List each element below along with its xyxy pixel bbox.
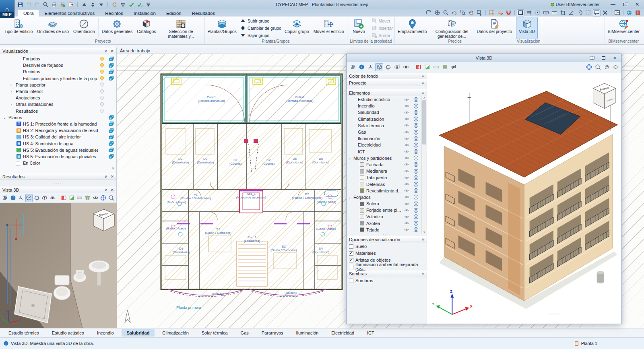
- keyboard-icon[interactable]: [542, 9, 550, 17]
- redo-icon[interactable]: [33, 0, 41, 8]
- eye-target-icon[interactable]: [41, 194, 48, 202]
- copy-icon[interactable]: [106, 147, 116, 153]
- element-item-tejado[interactable]: Tejado: [347, 227, 427, 233]
- scroll-down-icon[interactable]: ∨: [422, 230, 427, 233]
- cube-rotate-icon[interactable]: [384, 63, 392, 71]
- bulb-off-icon[interactable]: [98, 101, 106, 107]
- scroll-thumb[interactable]: [422, 100, 426, 145]
- snap-icon[interactable]: [534, 9, 541, 17]
- globe-icon[interactable]: [625, 9, 633, 17]
- collapse-icon[interactable]: ∨: [421, 237, 424, 242]
- orbit-icon[interactable]: [402, 63, 410, 71]
- minimize-button[interactable]: —: [607, 0, 619, 8]
- bimserver-user[interactable]: User BIMserver.center: [551, 2, 600, 7]
- zoom-window-small-icon[interactable]: [107, 194, 115, 202]
- element-item-climatizacion[interactable]: Climatización: [347, 116, 427, 122]
- visibility-eye-icon[interactable]: [402, 201, 411, 207]
- element-item-iluminacion[interactable]: Iluminación: [347, 135, 427, 142]
- section-icon[interactable]: [414, 63, 422, 71]
- bulb-on-icon[interactable]: [98, 56, 106, 62]
- visibility-eye-icon[interactable]: [402, 194, 411, 200]
- tree-item-hs-1-proteccion-frente-a-la-humedad[interactable]: HS 1: Protección frente a la humedad: [0, 121, 116, 127]
- workplane-icon[interactable]: [68, 194, 76, 202]
- visibility-eye-icon[interactable]: [402, 188, 411, 194]
- element-config-icon[interactable]: [411, 207, 421, 213]
- element-config-icon[interactable]: [411, 220, 421, 226]
- element-config-icon[interactable]: [411, 109, 421, 116]
- element-item-incendio[interactable]: Incendio: [347, 103, 427, 109]
- magnet-icon[interactable]: [505, 9, 512, 17]
- section-color-de-fondo[interactable]: Color de fondo∧: [347, 72, 427, 79]
- element-config-icon[interactable]: [411, 188, 421, 194]
- visibility-eye-icon[interactable]: [402, 227, 411, 233]
- copy-icon[interactable]: [106, 140, 116, 147]
- element-item-ict[interactable]: ICT: [347, 149, 427, 155]
- checkbox[interactable]: [349, 265, 353, 269]
- eye-target-icon[interactable]: [393, 63, 401, 71]
- ribbon-button-bimserver-center[interactable]: BIMserver.center: [606, 17, 642, 39]
- vista3d-window-titlebar[interactable]: Vista 3D ✕: [347, 54, 621, 62]
- ribbon-button-bajar-grupo[interactable]: Bajar grupo: [240, 32, 281, 38]
- grid-icon[interactable]: [525, 9, 533, 17]
- ribbon-button-catalogos[interactable]: Catálogos: [135, 17, 158, 39]
- axes-icon[interactable]: [366, 63, 374, 71]
- scroll-up-icon[interactable]: ∧: [422, 96, 427, 99]
- tree-item-hs-5-evacuacion-de-aguas-pluviales[interactable]: HS 5: Evacuación de aguas pluviales: [0, 153, 116, 160]
- check-help-icon[interactable]: ?: [136, 0, 144, 8]
- visibility-eye-icon[interactable]: [402, 122, 411, 128]
- copy-icon[interactable]: [106, 114, 116, 120]
- element-item-solera[interactable]: Solera: [347, 200, 427, 207]
- stack-icon[interactable]: [441, 63, 449, 71]
- undo-icon[interactable]: [25, 0, 33, 8]
- ribbon-button-mover-el-edificio[interactable]: Mover el edificio: [312, 17, 346, 39]
- ribbon-button-plantas-grupos[interactable]: Plantas/Grupos: [206, 17, 239, 39]
- info-icon[interactable]: i: [10, 194, 17, 202]
- scroll-up-icon[interactable]: ∧: [111, 56, 116, 59]
- dimension-icon[interactable]: 1.00: [551, 9, 558, 17]
- stack-icon[interactable]: [84, 194, 91, 202]
- vista3d-window[interactable]: Vista 3D ✕ i Color de fondo∧ Proyecto∧ E…: [346, 54, 622, 324]
- tree-item-hs-3-calidad-del-aire-interior[interactable]: HS 3: Calidad del aire interior: [0, 134, 116, 140]
- visibility-eye-icon[interactable]: [402, 161, 411, 167]
- dimension-small-icon[interactable]: [76, 194, 83, 202]
- redraw-icon[interactable]: [450, 9, 458, 17]
- ribbon-button-subir-grupo[interactable]: Subir grupo: [240, 18, 281, 24]
- element-config-icon[interactable]: [411, 227, 421, 233]
- collapse-panel-icon[interactable]: ∨: [104, 174, 107, 179]
- zoom-window-icon[interactable]: [459, 9, 466, 17]
- collapse-panel-icon[interactable]: ∨: [104, 188, 107, 192]
- tree-item-otras-instalaciones[interactable]: ›Otras instalaciones: [0, 101, 116, 107]
- bulb-on-icon[interactable]: [98, 75, 106, 81]
- element-item-azotea[interactable]: Azotea: [347, 220, 427, 227]
- element-config-icon[interactable]: [411, 116, 421, 122]
- element-item-fachada[interactable]: Fachada: [347, 161, 427, 168]
- option-sombras[interactable]: Sombras: [347, 277, 427, 284]
- eye-off-icon[interactable]: [450, 63, 458, 71]
- check-icon[interactable]: [127, 0, 135, 8]
- export-view-icon[interactable]: [476, 9, 483, 17]
- layout-icon[interactable]: [613, 9, 621, 17]
- tree-item-hs-2-recogida-y-evacuacion-de-residu[interactable]: HS 2: Recogida y evacuación de residu...: [0, 127, 116, 134]
- tree-item-desnivel-de-forjados[interactable]: Desnivel de forjados: [0, 62, 116, 68]
- expand-icon[interactable]: ›: [10, 102, 16, 106]
- element-config-icon[interactable]: [411, 129, 421, 135]
- en-color-checkbox[interactable]: [16, 161, 23, 165]
- copy-icon[interactable]: [106, 153, 116, 159]
- tree-item-planos[interactable]: ⌄Planos: [0, 114, 116, 121]
- panel-splitter[interactable]: [347, 233, 427, 236]
- bulb-off-icon[interactable]: [98, 89, 106, 95]
- print-color-icon[interactable]: [58, 0, 66, 8]
- cube-rotate-icon[interactable]: [33, 194, 41, 202]
- visibility-eye-icon[interactable]: [402, 149, 411, 155]
- collapse-icon[interactable]: ∧: [421, 81, 424, 85]
- bulb-off-icon[interactable]: [98, 82, 106, 88]
- tree-item-edificios-proximos-y-limites-de-la-prop[interactable]: Edificios próximos y límites de la prop.…: [0, 75, 116, 82]
- element-config-icon[interactable]: [411, 175, 421, 181]
- panel-splitter[interactable]: [347, 86, 427, 89]
- hand-icon[interactable]: [603, 63, 611, 71]
- app-logo[interactable]: ⌂ MEP: [0, 0, 14, 18]
- ribbon-button-unidades-de-uso[interactable]: Unidades de uso: [35, 17, 71, 39]
- visibility-eye-icon[interactable]: [402, 116, 411, 122]
- collapse-icon[interactable]: ∧: [421, 91, 424, 95]
- expand-icon[interactable]: ›: [10, 89, 16, 93]
